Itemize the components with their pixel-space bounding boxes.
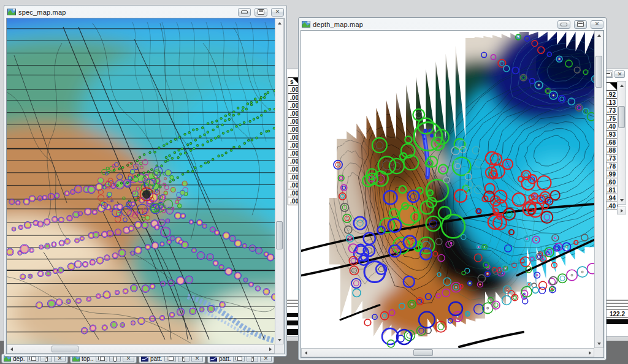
- scroll-right-arrow[interactable]: [586, 349, 594, 357]
- vertical-scrollbar[interactable]: [275, 18, 284, 344]
- minimize-button[interactable]: [557, 20, 570, 29]
- scroll-down-arrow[interactable]: [275, 336, 283, 344]
- spec-map-window: spec_map.map ✕: [4, 5, 287, 357]
- restore-icon: [577, 21, 584, 27]
- depth-map-content: [301, 30, 604, 358]
- restore-icon: [169, 356, 172, 361]
- scroll-left-arrow[interactable]: [302, 349, 310, 357]
- vertical-scrollbar[interactable]: [594, 31, 603, 348]
- header-corner-marker: [610, 83, 617, 90]
- window-title: depth_map.map: [313, 21, 363, 28]
- close-button[interactable]: ✕: [271, 8, 284, 17]
- minimize-icon: [561, 23, 567, 26]
- close-icon: ✕: [275, 9, 280, 15]
- scroll-down-arrow[interactable]: [595, 339, 603, 347]
- spec-map-canvas[interactable]: [7, 18, 275, 344]
- table-horizontal-scroll-arrow[interactable]: [617, 207, 626, 214]
- scrollbar-corner: [275, 344, 284, 354]
- restore-button[interactable]: [574, 20, 587, 29]
- close-button[interactable]: ✕: [615, 70, 625, 78]
- spec-map-titlebar[interactable]: spec_map.map ✕: [4, 6, 286, 18]
- scrollbar-thumb[interactable]: [595, 56, 602, 88]
- scrollbar-thumb[interactable]: [618, 106, 625, 128]
- scroll-left-arrow[interactable]: [7, 345, 15, 353]
- window-title: spec_map.map: [18, 9, 66, 16]
- minimize-icon: [241, 10, 248, 14]
- mdi-workspace: ✕ s .00.00.00.00.00.00.00.00.00.00.00.00…: [0, 0, 628, 364]
- restore-button[interactable]: [255, 8, 267, 17]
- minimize-button[interactable]: [238, 8, 251, 17]
- scrollbar-thumb[interactable]: [276, 221, 283, 249]
- scroll-up-arrow[interactable]: [595, 31, 603, 39]
- scroll-up-arrow[interactable]: [275, 19, 283, 27]
- depth-map-canvas[interactable]: [301, 31, 594, 348]
- restore-icon: [237, 356, 240, 361]
- scrollbar-thumb[interactable]: [413, 349, 433, 356]
- scrollbar-thumb[interactable]: [52, 346, 78, 352]
- restore-icon: [258, 9, 264, 15]
- depth-map-titlebar[interactable]: depth_map.map ✕: [299, 18, 606, 30]
- close-icon: ✕: [618, 72, 622, 77]
- scrollbar-corner: [594, 348, 603, 357]
- horizontal-scrollbar[interactable]: [301, 348, 594, 357]
- map-document-icon: [7, 9, 16, 15]
- spec-map-content: [6, 18, 285, 354]
- restore-icon: [31, 356, 34, 361]
- table-vertical-scrollbar[interactable]: [617, 81, 626, 205]
- close-icon: ✕: [595, 21, 600, 27]
- scroll-down-arrow[interactable]: [618, 196, 626, 204]
- map-document-icon: [302, 21, 310, 28]
- close-button[interactable]: ✕: [591, 20, 603, 29]
- horizontal-scrollbar[interactable]: [7, 344, 275, 354]
- scroll-up-arrow[interactable]: [618, 82, 626, 89]
- depth-map-window: depth_map.map ✕: [298, 17, 607, 360]
- scroll-right-arrow[interactable]: [266, 345, 274, 353]
- restore-icon: [100, 356, 103, 361]
